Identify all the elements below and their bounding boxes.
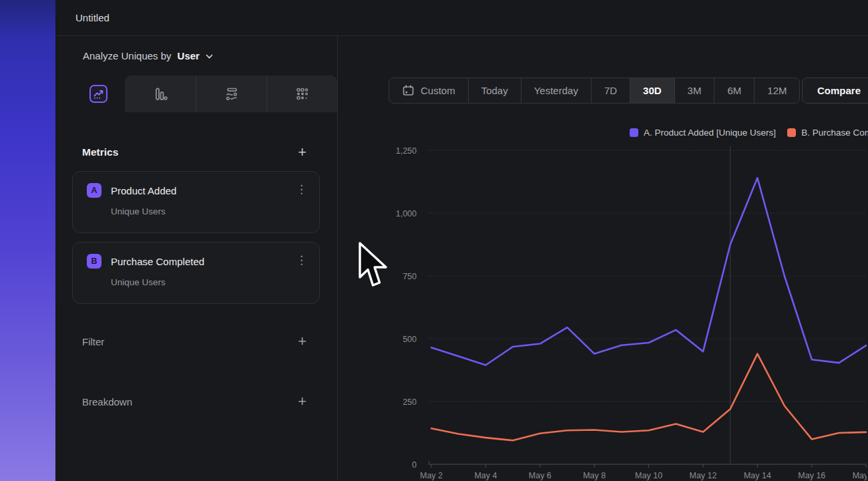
metrics-heading: Metrics bbox=[82, 146, 118, 158]
analyze-uniques-row: Analyze Uniques by User bbox=[55, 36, 337, 75]
metric-name[interactable]: Purchase Completed bbox=[111, 256, 204, 267]
analyze-value-dropdown[interactable]: User bbox=[178, 50, 200, 61]
kebab-menu-icon[interactable]: ⋮ bbox=[296, 184, 307, 195]
chevron-down-icon[interactable] bbox=[206, 54, 213, 59]
filter-row: Filter + bbox=[55, 331, 337, 351]
svg-text:May 2: May 2 bbox=[420, 471, 443, 480]
bar-chart-icon bbox=[152, 86, 169, 103]
metric-measure[interactable]: Unique Users bbox=[111, 277, 308, 287]
range-label: 7D bbox=[604, 85, 617, 96]
svg-text:0: 0 bbox=[412, 460, 417, 470]
range-yesterday[interactable]: Yesterday bbox=[521, 78, 591, 103]
kebab-menu-icon[interactable]: ⋮ bbox=[296, 255, 307, 266]
compare-label: Compare bbox=[817, 85, 861, 96]
svg-text:May 4: May 4 bbox=[474, 471, 497, 480]
svg-text:750: 750 bbox=[403, 272, 417, 281]
filter-heading: Filter bbox=[82, 336, 104, 347]
add-breakdown-button[interactable]: + bbox=[298, 395, 306, 408]
tab-line-chart[interactable] bbox=[72, 75, 125, 112]
metric-card-b[interactable]: B Purchase Completed ⋮ Unique Users bbox=[72, 242, 320, 304]
date-range-picker: Custom Today Yesterday 7D 30D 3M 6M 12M bbox=[389, 77, 800, 104]
app-window: Untitled Analyze Uniques by User bbox=[55, 0, 868, 481]
line-chart-icon bbox=[89, 85, 107, 103]
svg-text:1,000: 1,000 bbox=[396, 209, 417, 218]
svg-text:May 14: May 14 bbox=[744, 471, 771, 480]
svg-text:May 6: May 6 bbox=[529, 471, 552, 480]
metric-card-a[interactable]: A Product Added ⋮ Unique Users bbox=[72, 171, 320, 233]
add-metric-button[interactable]: + bbox=[298, 146, 306, 159]
line-chart[interactable]: 02505007501,0001,250May 2May 4May 6May 8… bbox=[386, 127, 867, 481]
mouse-cursor bbox=[357, 241, 389, 291]
chart-type-tab-group bbox=[125, 75, 337, 112]
tab-retention-grid[interactable] bbox=[266, 75, 337, 112]
range-3m[interactable]: 3M bbox=[674, 78, 714, 103]
tab-flow[interactable] bbox=[196, 75, 266, 112]
flow-icon bbox=[223, 86, 240, 103]
range-label: Custom bbox=[421, 85, 455, 96]
range-6m[interactable]: 6M bbox=[714, 78, 754, 103]
range-custom[interactable]: Custom bbox=[389, 78, 468, 103]
svg-text:May 8: May 8 bbox=[583, 471, 606, 480]
svg-text:May 16: May 16 bbox=[798, 471, 825, 480]
breakdown-heading: Breakdown bbox=[82, 396, 132, 408]
calendar-icon bbox=[402, 84, 415, 97]
metric-badge-b: B bbox=[87, 254, 101, 269]
range-today[interactable]: Today bbox=[468, 78, 521, 103]
range-label: Today bbox=[481, 85, 508, 96]
chart-type-tabs bbox=[55, 75, 337, 112]
svg-text:500: 500 bbox=[403, 335, 417, 344]
svg-text:May 18: May 18 bbox=[853, 471, 867, 480]
add-filter-button[interactable]: + bbox=[298, 335, 306, 348]
range-label: 3M bbox=[688, 85, 702, 96]
svg-text:1,250: 1,250 bbox=[396, 146, 417, 156]
compare-button[interactable]: Compare bbox=[802, 77, 868, 104]
report-title[interactable]: Untitled bbox=[75, 12, 110, 23]
svg-text:250: 250 bbox=[403, 397, 417, 407]
tab-bar-chart[interactable] bbox=[125, 75, 196, 112]
metric-badge-a: A bbox=[87, 183, 101, 198]
metric-measure[interactable]: Unique Users bbox=[111, 206, 308, 216]
grid-dots-icon bbox=[294, 86, 311, 103]
svg-text:May 12: May 12 bbox=[690, 471, 717, 480]
metrics-header-row: Metrics + bbox=[55, 142, 337, 162]
range-label: 30D bbox=[643, 85, 662, 96]
metric-name[interactable]: Product Added bbox=[111, 185, 176, 196]
background-gradient bbox=[0, 0, 55, 481]
chart-panel: Custom Today Yesterday 7D 30D 3M 6M 12M … bbox=[338, 36, 868, 481]
svg-text:May 10: May 10 bbox=[635, 471, 662, 480]
range-label: 6M bbox=[727, 85, 741, 96]
analyze-label: Analyze Uniques by bbox=[83, 50, 172, 61]
range-label: Yesterday bbox=[534, 85, 578, 96]
range-7d[interactable]: 7D bbox=[591, 78, 630, 103]
breakdown-row: Breakdown + bbox=[55, 391, 337, 412]
range-12m[interactable]: 12M bbox=[754, 78, 799, 103]
range-30d[interactable]: 30D bbox=[630, 78, 674, 103]
range-label: 12M bbox=[767, 85, 787, 96]
title-bar: Untitled bbox=[55, 0, 868, 36]
query-sidebar: Analyze Uniques by User bbox=[55, 36, 338, 481]
